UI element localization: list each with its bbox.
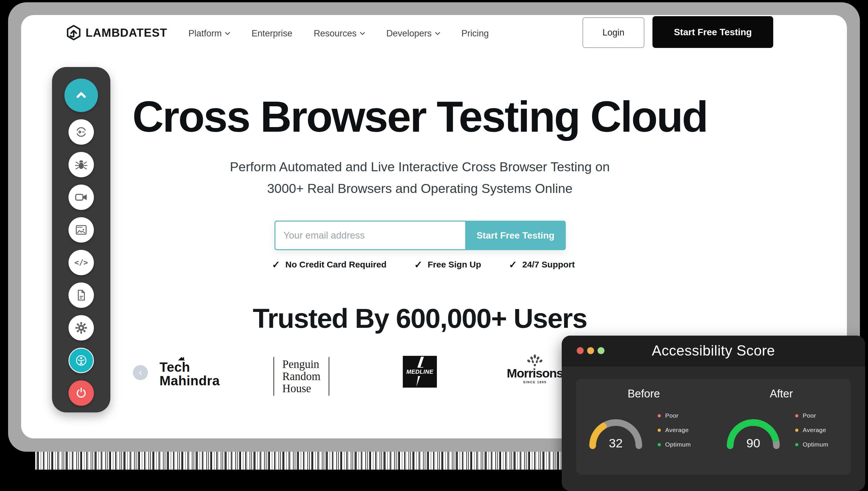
lambdatest-logo[interactable]: LAMBDATEST: [66, 25, 167, 40]
minimize-window-button[interactable]: [587, 347, 594, 354]
video-record-button[interactable]: [68, 184, 94, 210]
signup-form: Start Free Testing: [275, 221, 566, 250]
optimum-dot-icon: [795, 443, 799, 446]
gauge-legend: Poor Average Optimum: [795, 412, 829, 449]
nav-item-resources[interactable]: Resources: [314, 28, 365, 39]
leaves-icon: [524, 354, 545, 367]
maximize-window-button[interactable]: [597, 347, 605, 354]
close-window-button[interactable]: [577, 347, 584, 354]
screenshot-button[interactable]: [68, 217, 94, 242]
hero-subtitle: Perform Automated and Live Interactive C…: [87, 156, 753, 199]
logo-morrisons: Morrisons SINCE 1899: [505, 354, 565, 384]
main-nav: Platform Enterprise Resources Developers…: [188, 27, 488, 40]
chevron-down-icon: [225, 32, 230, 35]
accessibility-score-panel: Accessibility Score Before 32 Poor Avera…: [562, 336, 865, 491]
power-icon: [74, 386, 88, 400]
sync-icon: [74, 125, 88, 139]
chevron-down-icon: [435, 32, 440, 35]
screenshot-icon: [74, 223, 88, 237]
nav-item-enterprise[interactable]: Enterprise: [251, 28, 292, 39]
page-title: Cross Browser Testing Cloud: [87, 92, 753, 142]
gauge-label: Before: [583, 387, 704, 400]
logo-medline: MEDLINE: [403, 356, 437, 387]
optimum-dot-icon: [657, 443, 661, 446]
nav-item-developers[interactable]: Developers: [386, 28, 440, 39]
carousel-prev-button[interactable]: ‹: [133, 365, 148, 380]
gauge-label: After: [721, 387, 842, 400]
gauge-legend: Poor Average Optimum: [657, 412, 691, 449]
code-snippet-button[interactable]: </>: [68, 250, 94, 275]
benefit-list: ✓ No Credit Card Required ✓ Free Sign Up…: [272, 259, 575, 270]
logo-tech-mahindra: Tech Mahindra: [160, 360, 220, 387]
gauge-after: 90: [723, 410, 784, 449]
start-free-testing-button-form[interactable]: Start Free Testing: [465, 221, 566, 250]
start-free-testing-button-top[interactable]: Start Free Testing: [652, 16, 773, 48]
chevron-down-icon: [360, 32, 365, 35]
end-session-button[interactable]: [68, 380, 94, 406]
panel-titlebar: Accessibility Score: [562, 336, 865, 366]
gear-icon: [75, 321, 88, 335]
gauges-card: Before 32 Poor Average Optimum After: [576, 379, 851, 475]
page: LAMBDATEST Platform Enterprise Resources…: [0, 0, 868, 491]
panel-title: Accessibility Score: [652, 342, 775, 359]
gauge-value: 90: [723, 436, 784, 450]
video-camera-icon: [74, 190, 88, 204]
lambdatest-logo-icon: [66, 25, 82, 40]
trusted-heading: Trusted By 600,000+ Users: [87, 303, 753, 334]
bug-report-button[interactable]: [68, 152, 94, 177]
poor-dot-icon: [795, 414, 799, 417]
test-logs-button[interactable]: [68, 283, 94, 308]
gauge-group-before: Before 32 Poor Average Optimum: [583, 384, 704, 449]
accessibility-icon: [74, 353, 88, 367]
bug-icon: [74, 158, 88, 172]
code-icon: </>: [75, 258, 88, 267]
average-dot-icon: [657, 429, 661, 432]
settings-button[interactable]: [68, 315, 94, 341]
login-button[interactable]: Login: [583, 17, 644, 48]
house-icon: [177, 357, 186, 363]
floating-toolbar: </>: [52, 67, 110, 412]
email-input[interactable]: [275, 221, 465, 250]
window-controls: [577, 336, 605, 366]
benefit-support: ✓ 24/7 Support: [509, 259, 575, 270]
chevron-up-icon: [74, 88, 89, 103]
benefit-free-signup: ✓ Free Sign Up: [414, 259, 481, 270]
accessibility-button[interactable]: [68, 348, 94, 373]
check-icon: ✓: [509, 259, 517, 270]
nav-item-pricing[interactable]: Pricing: [461, 28, 489, 39]
gauge-before: 32: [585, 410, 646, 449]
average-dot-icon: [795, 429, 799, 432]
check-icon: ✓: [272, 259, 280, 270]
poor-dot-icon: [657, 414, 661, 417]
logo-wordmark: LAMBDATEST: [86, 26, 167, 39]
check-icon: ✓: [414, 259, 423, 270]
gauge-group-after: After 90 Poor Average Optimum: [721, 384, 842, 449]
scroll-top-button[interactable]: [64, 79, 98, 112]
switch-browser-button[interactable]: [68, 119, 94, 145]
document-icon: [74, 288, 88, 302]
nav-item-platform[interactable]: Platform: [188, 28, 230, 39]
gauge-value: 32: [585, 436, 646, 450]
logo-penguin-random-house: Penguin Random House: [273, 357, 329, 396]
benefit-no-credit-card: ✓ No Credit Card Required: [272, 259, 387, 270]
